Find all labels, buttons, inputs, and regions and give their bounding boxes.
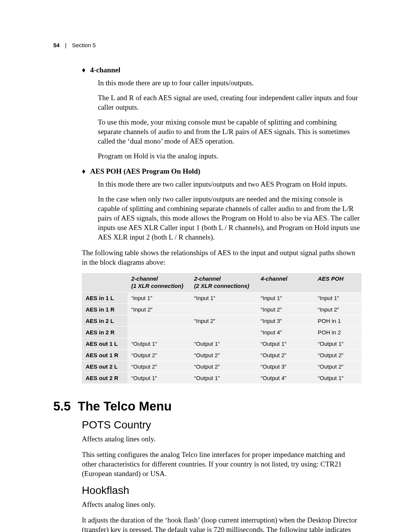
table-header-text: 2-channel(1 XLR connection) [131,275,183,289]
body-text: Program on Hold is via the analog inputs… [98,151,362,161]
table-cell: “Output 2” [190,361,257,372]
table-row: AES out 1 R“Output 2”“Output 2”“Output 2… [82,349,362,361]
table-cell: “input 1” [127,292,190,304]
table-cell [127,315,190,326]
table-row: AES in 2 R“Input 4”POH in 2 [82,326,362,338]
table-cell: POH in 2 [314,326,362,338]
subsection-pots-country: POTS Country [82,419,362,431]
table-header [82,273,127,292]
table-header: AES POH [314,273,362,292]
table-row: AES out 2 L“Output 2”“Output 2”“Output 3… [82,361,362,372]
page-number: 54 [53,42,60,48]
section-name: The Telco Menu [78,399,172,413]
body-text: In this mode there are two caller inputs… [98,179,362,189]
table-cell [190,326,257,338]
section-number: 5.5 [53,399,71,413]
table-cell: “Output 1” [127,338,190,349]
table-row: AES out 2 R“Output 1”“Output 1”“Output 4… [82,372,362,383]
table-header: 2-channel(2 XLR connections) [190,273,257,292]
table-cell: “Input 1” [190,292,257,304]
body-text: To use this mode, your mixing console mu… [98,117,362,146]
bullet-aes-poh: ♦AES POH (AES Program On Hold) In this m… [82,167,362,242]
row-label: AES out 2 L [82,361,127,372]
row-label: AES in 1 R [82,304,127,315]
table-cell: “Input 2” [127,304,190,315]
body-text: It adjusts the duration of the ‘hook fla… [82,515,362,532]
header-divider: | [61,42,70,48]
table-cell: “Input 2” [257,304,314,315]
row-label: AES in 1 L [82,292,127,304]
table-cell: “Output 2” [127,361,190,372]
table-header-text: 2-channel(2 XLR connections) [194,275,249,289]
section-title: 5.5 The Telco Menu [53,399,362,414]
table-cell: “Input 2” [190,315,257,326]
table-cell: “Output 4” [257,372,314,383]
bullet-title: AES POH (AES Program On Hold) [90,167,200,175]
table-cell: “Output 2” [127,349,190,361]
table-cell: “Input 4” [257,326,314,338]
body-text: Affects analog lines only. [82,434,362,444]
table-header: 4-channel [257,273,314,292]
table-cell: “Output 1” [190,338,257,349]
table-cell: “Input 2” [314,304,362,315]
table-row: AES out 1 L“Output 1”“Output 1”“Output 1… [82,338,362,349]
bullet-4-channel: ♦4-channel In this mode there are up to … [82,66,362,161]
bullet-diamond-icon: ♦ [82,66,90,74]
table-header: 2-channel(1 XLR connection) [127,273,190,292]
body-text: In the case when only two caller inputs/… [98,194,362,242]
table-cell: “Output 2” [314,349,362,361]
table-cell: “Output 2” [257,349,314,361]
bullet-title: 4-channel [90,66,120,74]
body-text: In this mode there are up to four caller… [98,78,362,88]
table-cell: POH in 1 [314,315,362,326]
row-label: AES out 1 R [82,349,127,361]
table-row: AES in 1 L“input 1”“Input 1”“Input 1”“In… [82,292,362,304]
table-cell [190,304,257,315]
table-intro: The following table shows the relationsh… [82,248,362,267]
table-cell: “Output 3” [257,361,314,372]
aes-mapping-table: 2-channel(1 XLR connection) 2-channel(2 … [82,273,362,384]
table-cell: “Output 1” [314,372,362,383]
table-row: AES in 1 R“Input 2”“Input 2”“Input 2” [82,304,362,315]
table-cell: “Output 1” [127,372,190,383]
table-row: AES in 2 L“Input 2”“Input 3”POH in 1 [82,315,362,326]
body-text: Affects analog lines only. [82,500,362,509]
table-cell: “Input 1” [314,292,362,304]
table-cell [127,326,190,338]
section-label: Section 5 [72,42,96,48]
table-cell: “Output 1” [314,338,362,349]
row-label: AES out 1 L [82,338,127,349]
table-cell: “Output 1” [190,372,257,383]
body-text: This setting configures the analog Telco… [82,450,362,478]
row-label: AES in 2 L [82,315,127,326]
table-cell: “Output 1” [257,338,314,349]
body-text: The L and R of each AES signal are used,… [98,93,362,112]
row-label: AES out 2 R [82,372,127,383]
row-label: AES in 2 R [82,326,127,338]
table-cell: “Input 3” [257,315,314,326]
bullet-diamond-icon: ♦ [82,167,90,176]
subsection-hookflash: Hookflash [82,484,362,497]
table-cell: “Output 2” [190,349,257,361]
table-cell: “Input 1” [257,292,314,304]
running-head: 54 | Section 5 [53,42,362,48]
table-cell: “Output 2” [314,361,362,372]
